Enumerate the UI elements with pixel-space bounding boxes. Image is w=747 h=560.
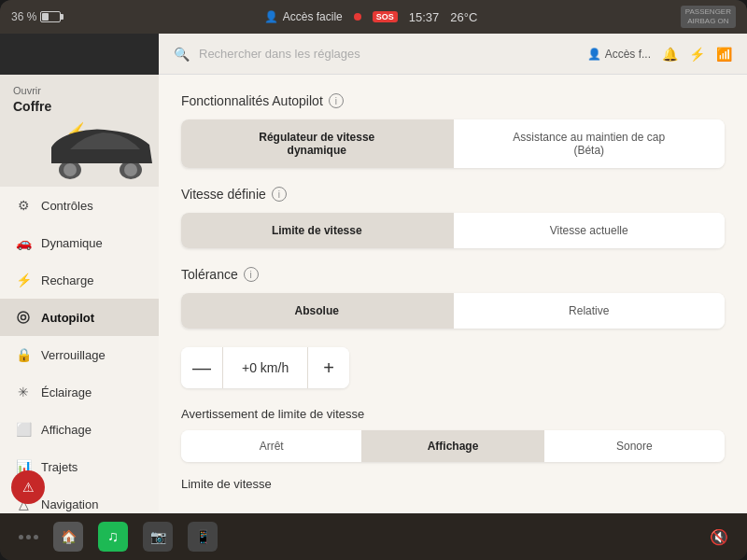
svg-point-1 [63, 163, 77, 176]
vitesse-definie-title: Vitesse définie i [181, 187, 725, 202]
emergency-button[interactable]: ⚠ [11, 470, 45, 504]
rec-dot [354, 13, 361, 21]
bluetooth-icon: ⚡ [689, 47, 705, 62]
tolerance-info-icon[interactable]: i [244, 267, 259, 282]
passenger-airbag-badge: PASSENGERAIRBAG ON [681, 6, 736, 27]
dynamique-icon: 🚗 [15, 234, 32, 251]
vitesse-definie-toggle: Limite de vitesse Vitesse actuelle [181, 213, 725, 248]
controles-icon: ⚙ [15, 197, 32, 214]
sidebar-item-affichage[interactable]: ⬜ Affichage [0, 411, 159, 448]
eclairage-icon: ✳ [15, 384, 32, 400]
affichage-icon: ⬜ [15, 421, 32, 438]
warning-section: Avertissement de limite de vitesse Arrêt… [181, 407, 725, 462]
speed-control: — +0 km/h + [181, 347, 349, 388]
speed-value-display: +0 km/h [222, 347, 308, 388]
recharge-label: Recharge [41, 273, 144, 287]
time-display: 15:37 [409, 10, 440, 24]
affichage-btn[interactable]: Affichage [362, 430, 543, 462]
status-left: 36 % [11, 10, 61, 23]
search-bar: 🔍 Rechercher dans les réglages 👤 Accès f… [159, 34, 747, 75]
autopilot-features-title: Fonctionnalités Autopilot i [181, 93, 725, 108]
verrouillage-label: Verrouillage [41, 348, 144, 362]
user-icon: 👤 [587, 48, 601, 61]
arret-btn[interactable]: Arrêt [181, 430, 362, 462]
taskbar: 🏠 ♫ 📷 📱 🔇 [0, 513, 747, 560]
speed-minus-btn[interactable]: — [181, 347, 222, 388]
speed-plus-btn[interactable]: + [308, 347, 349, 388]
navigation-label: Navigation [41, 497, 144, 511]
vitesse-actuelle-btn[interactable]: Vitesse actuelle [454, 213, 726, 248]
dot-1 [19, 535, 23, 539]
screen: 36 % 👤 Accès facile SOS 15:37 26°C PASSE… [0, 0, 747, 560]
user-label: Accès f... [605, 48, 651, 61]
plus-icon: + [323, 357, 334, 379]
relative-btn[interactable]: Relative [454, 293, 726, 329]
user-profile-indicator: 👤 Accès f... [587, 48, 651, 61]
autopilot-features-info-icon[interactable]: i [329, 93, 344, 108]
assistance-maintien-btn[interactable]: Assistance au maintien de cap(Béta) [454, 119, 726, 168]
home-btn[interactable]: 🏠 [53, 522, 83, 552]
emergency-icon: ⚠ [22, 480, 35, 495]
eclairage-label: Éclairage [41, 385, 144, 399]
taskbar-dots [19, 535, 38, 539]
affichage-label: Affichage [41, 423, 144, 437]
avertissement-title: Avertissement de limite de vitesse [181, 407, 725, 421]
recharge-icon: ⚡ [15, 272, 32, 288]
camera-btn[interactable]: 📷 [143, 522, 173, 552]
autopilot-features-label: Fonctionnalités Autopilot [181, 93, 323, 108]
svg-point-3 [124, 163, 137, 176]
regulateur-vitesse-btn[interactable]: Régulateur de vitessedynamique [181, 119, 454, 168]
vitesse-definie-info-icon[interactable]: i [272, 187, 287, 202]
person-icon: 👤 [264, 10, 278, 23]
vitesse-definie-label: Vitesse définie [181, 187, 266, 202]
battery-indicator: 36 % [11, 10, 61, 23]
dynamique-label: Dynamique [41, 236, 144, 250]
controles-label: Contrôles [41, 199, 144, 213]
autopilot-label: Autopilot [41, 311, 144, 325]
sonore-btn[interactable]: Sonore [544, 430, 725, 462]
absolue-btn[interactable]: Absolue [181, 293, 454, 329]
tolerance-toggle: Absolue Relative [181, 293, 725, 329]
access-facile-indicator: 👤 Accès facile [264, 10, 343, 23]
notification-icon: 🔔 [662, 47, 678, 62]
sidebar-item-eclairage[interactable]: ✳ Éclairage [0, 373, 159, 411]
limite-vitesse-section-label: Limite de vitesse [181, 477, 725, 491]
dot-3 [34, 535, 38, 539]
car-image [42, 112, 159, 187]
phone-btn[interactable]: 📱 [188, 522, 218, 552]
trajets-label: Trajets [41, 460, 144, 474]
sidebar-item-verrouillage[interactable]: 🔒 Verrouillage [0, 336, 159, 373]
tolerance-label: Tolérance [181, 267, 238, 282]
search-placeholder[interactable]: Rechercher dans les réglages [199, 47, 578, 61]
sidebar-item-dynamique[interactable]: 🚗 Dynamique [0, 224, 159, 261]
sidebar-item-recharge[interactable]: ⚡ Recharge [0, 261, 159, 299]
verrouillage-icon: 🔒 [15, 346, 32, 363]
taskbar-right: 🔇 [710, 528, 728, 546]
spotify-btn[interactable]: ♫ [98, 522, 128, 552]
dot-2 [26, 535, 31, 539]
svg-point-4 [18, 312, 29, 323]
limite-vitesse-btn[interactable]: Limite de vitesse [181, 213, 454, 248]
svg-point-5 [21, 315, 26, 320]
status-bar: 36 % 👤 Accès facile SOS 15:37 26°C PASSE… [0, 0, 747, 34]
autopilot-features-toggle: Régulateur de vitessedynamique Assistanc… [181, 119, 725, 168]
main-content: Fonctionnalités Autopilot i Régulateur d… [159, 75, 747, 513]
access-facile-label: Accès facile [283, 10, 343, 23]
temperature-display: 26°C [450, 10, 477, 24]
minus-icon: — [192, 357, 211, 379]
avertissement-toggle: Arrêt Affichage Sonore [181, 430, 725, 462]
sidebar-item-controles[interactable]: ⚙ Contrôles [0, 187, 159, 224]
tolerance-title: Tolérance i [181, 267, 725, 282]
sidebar-item-autopilot[interactable]: Autopilot [0, 299, 159, 336]
battery-percentage: 36 % [11, 10, 36, 23]
car-section: Ouvrir Coffre ⚡ [0, 75, 159, 187]
signal-icon: 📶 [716, 47, 732, 62]
search-icon: 🔍 [174, 47, 190, 62]
volume-icon[interactable]: 🔇 [710, 528, 728, 546]
status-center: 👤 Accès facile SOS 15:37 26°C [264, 10, 478, 24]
search-right-area: 👤 Accès f... 🔔 ⚡ 📶 [587, 47, 732, 62]
autopilot-icon [15, 309, 32, 326]
battery-icon [40, 11, 61, 22]
status-right: PASSENGERAIRBAG ON [681, 6, 736, 27]
sidebar-navigation: ⚙ Contrôles 🚗 Dynamique ⚡ Recharge Autop… [0, 187, 159, 513]
